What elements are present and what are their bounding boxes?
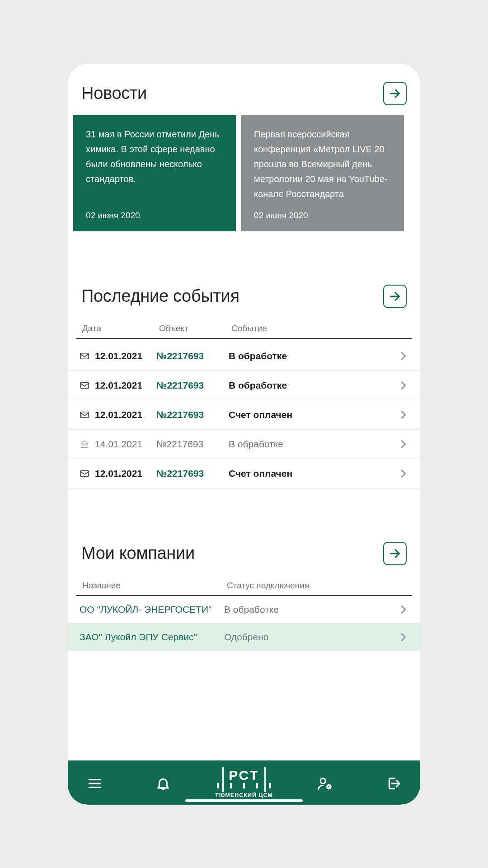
event-row[interactable]: 12.01.2021№2217693В обработке: [68, 371, 420, 400]
companies-table-body: ОО "ЛУКОЙЛ- ЭНЕРГОСЕТИ"В обработкеЗАО" Л…: [68, 596, 420, 651]
svg-rect-2: [80, 353, 89, 359]
event-status: В обработке: [229, 380, 396, 391]
companies-section-header: Мои компании: [68, 527, 420, 575]
events-see-all-button[interactable]: [383, 285, 407, 308]
user-gear-icon: [317, 776, 333, 791]
company-name-link[interactable]: ЗАО" Лукойл ЭПУ Сервис": [80, 632, 224, 643]
companies-table-header: Название Статус подключения: [76, 575, 412, 596]
arrow-right-icon: [389, 87, 401, 100]
news-card-date: 02 июня 2020: [254, 211, 391, 221]
mail-unread-icon: [80, 352, 89, 360]
event-object-link[interactable]: №2217693: [156, 468, 229, 479]
company-row[interactable]: ЗАО" Лукойл ЭПУ Сервис"Одобрено: [68, 624, 420, 651]
notifications-button[interactable]: [147, 771, 179, 796]
news-card-text: Первая всероссийская конференция «Метрол…: [254, 127, 391, 202]
news-carousel[interactable]: 31 мая в России отметили День химика. В …: [68, 115, 420, 231]
event-status: Счет оплачен: [229, 409, 396, 420]
chevron-right-icon: [399, 351, 408, 361]
event-row[interactable]: 12.01.2021№2217693Счет оплачен: [68, 459, 420, 488]
news-card-date: 02 июня 2020: [86, 211, 223, 221]
event-object-link[interactable]: №2217693: [156, 409, 229, 420]
event-object-link[interactable]: №2217693: [156, 380, 229, 391]
event-object-link[interactable]: №2217693: [156, 351, 229, 361]
chevron-right-icon: [399, 380, 408, 390]
events-title: Последние события: [81, 286, 239, 306]
news-card[interactable]: 31 мая в России отметили День химика. В …: [73, 115, 236, 231]
news-title: Новости: [81, 84, 147, 103]
companies-see-all-button[interactable]: [383, 542, 407, 565]
svg-rect-3: [80, 382, 89, 388]
events-table-body: 12.01.2021№2217693В обработке12.01.2021№…: [68, 339, 420, 488]
event-row[interactable]: 12.01.2021№2217693В обработке: [68, 339, 420, 371]
mail-unread-icon: [80, 411, 89, 419]
logo-main-text: РСТ: [224, 769, 264, 782]
event-date: 12.01.2021: [95, 380, 156, 391]
logout-icon: [385, 776, 401, 791]
news-card-text: 31 мая в России отметили День химика. В …: [86, 127, 223, 187]
profile-settings-button[interactable]: [309, 771, 341, 796]
app-screen: Новости 31 мая в России отметили День хи…: [68, 64, 420, 805]
event-object-link[interactable]: №2217693: [156, 439, 229, 450]
event-row[interactable]: 14.01.2021№2217693В обработке: [68, 430, 420, 459]
col-event: Событие: [231, 324, 392, 333]
events-table-header: Дата Объект Событие: [76, 318, 412, 339]
chevron-right-icon: [399, 605, 408, 615]
bell-icon: [155, 776, 171, 791]
mail-unread-icon: [80, 469, 89, 478]
event-status: В обработке: [229, 351, 396, 361]
svg-rect-4: [80, 412, 89, 418]
news-card[interactable]: Первая всероссийская конференция «Метрол…: [241, 115, 404, 231]
col-date: Дата: [82, 324, 159, 333]
chevron-right-icon: [399, 632, 408, 642]
bottom-nav: РСТ ТЮМЕНСКИЙ ЦСМ: [68, 760, 420, 805]
home-indicator[interactable]: [185, 799, 303, 802]
logo-sub-text: ТЮМЕНСКИЙ ЦСМ: [215, 792, 273, 798]
event-row[interactable]: 12.01.2021№2217693Счет оплачен: [68, 400, 420, 430]
col-company-name: Название: [82, 581, 227, 591]
chevron-right-icon: [399, 410, 408, 420]
mail-unread-icon: [80, 381, 89, 389]
scroll-content: Новости 31 мая в России отметили День хи…: [68, 64, 420, 760]
col-object: Объект: [159, 324, 231, 333]
menu-button[interactable]: [79, 771, 111, 796]
logout-button[interactable]: [377, 771, 409, 796]
event-date: 12.01.2021: [95, 468, 156, 479]
events-section-header: Последние события: [68, 270, 420, 318]
company-status: В обработке: [224, 604, 396, 615]
news-see-all-button[interactable]: [383, 82, 407, 105]
menu-icon: [87, 776, 103, 791]
event-date: 12.01.2021: [95, 351, 156, 361]
company-name-link[interactable]: ОО "ЛУКОЙЛ- ЭНЕРГОСЕТИ": [80, 604, 224, 615]
event-date: 14.01.2021: [95, 439, 156, 450]
svg-point-11: [320, 778, 325, 783]
chevron-right-icon: [399, 469, 408, 479]
svg-rect-6: [80, 470, 89, 476]
event-date: 12.01.2021: [95, 409, 156, 420]
news-section-header: Новости: [68, 64, 420, 115]
arrow-right-icon: [389, 290, 401, 303]
event-status: Счет оплачен: [229, 468, 396, 479]
event-status: В обработке: [229, 439, 396, 450]
mail-read-icon: [80, 440, 89, 448]
company-status: Одобрено: [224, 632, 396, 643]
brand-logo: РСТ ТЮМЕНСКИЙ ЦСМ: [215, 769, 273, 798]
arrow-right-icon: [389, 547, 401, 560]
col-company-status: Статус подключения: [227, 581, 392, 591]
companies-title: Мои компании: [81, 544, 195, 563]
chevron-right-icon: [399, 439, 408, 449]
company-row[interactable]: ОО "ЛУКОЙЛ- ЭНЕРГОСЕТИ"В обработке: [68, 596, 420, 624]
